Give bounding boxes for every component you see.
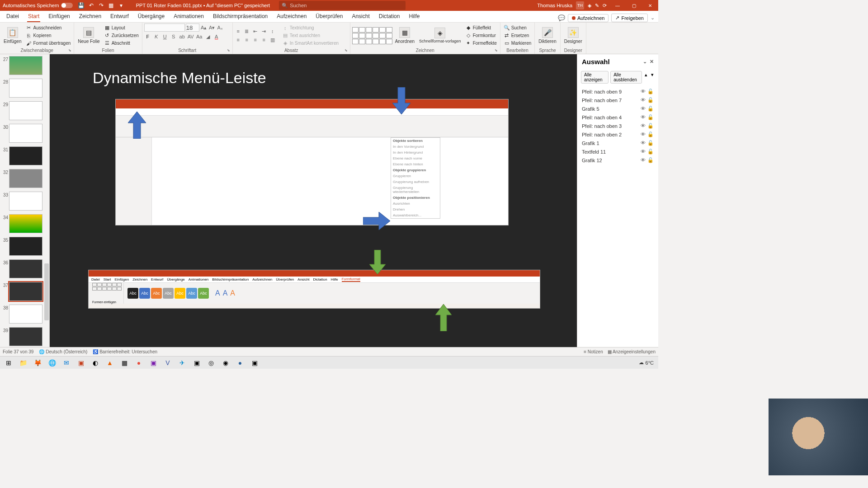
sync-icon[interactable]: ⟳ [603,3,607,9]
bullets-icon[interactable]: ≡ [235,28,242,35]
thumbnail-scrollbar[interactable] [44,58,49,343]
shape-fill-button[interactable]: ◆Fülleffekt [464,24,498,32]
font-size-combo[interactable] [186,23,199,32]
find-button[interactable]: 🔍Suchen [502,24,533,32]
firefox-icon[interactable]: 🦊 [31,357,44,368]
minimize-button[interactable]: — [609,0,626,11]
increase-font-icon[interactable]: A▴ [200,24,208,31]
tab-bildschirmpraesentation[interactable]: Bildschirmpräsentation [208,11,272,22]
numbering-icon[interactable]: ≣ [243,28,250,35]
lock-icon[interactable]: 🔓 [647,149,654,155]
slide-title[interactable]: Dynamische Menü-Leiste [93,69,266,87]
eye-icon[interactable]: 👁 [641,149,646,155]
selection-pane-dropdown-icon[interactable]: ⌄ [643,59,647,65]
thumbnail-30[interactable]: 30 [1,124,48,143]
blue-arrow-up[interactable] [128,112,146,139]
telegram-icon[interactable]: ✈ [175,357,189,368]
file-explorer-icon[interactable]: 📁 [16,357,30,368]
line-spacing-icon[interactable]: ↕ [269,28,276,35]
tab-zeichnen[interactable]: Zeichnen [75,11,106,22]
align-left-icon[interactable]: ≡ [235,36,242,43]
layout-button[interactable]: ▦Layout [103,24,140,32]
copy-button[interactable]: ⎘Kopieren [24,32,72,39]
tab-dictation[interactable]: Dictation [374,11,405,22]
font-color-icon[interactable]: A [213,33,220,40]
thumbnail-34[interactable]: 34 [1,214,48,233]
comments-icon[interactable]: 💬 [558,14,565,21]
embedded-screenshot-1[interactable]: Objekte sortieren In den Vordergrund In … [115,99,509,225]
spacing-icon[interactable]: AV [187,33,194,40]
weather-widget[interactable]: ☁ 6°C [636,360,656,366]
onenote-icon[interactable]: ▣ [146,357,160,368]
clear-format-icon[interactable]: Aₓ [217,24,224,31]
close-button[interactable]: ✕ [642,0,658,11]
tab-hilfe[interactable]: Hilfe [404,11,424,22]
thumbnail-39[interactable]: 39 [1,327,48,346]
user-avatar[interactable]: TH [576,1,584,9]
selection-item[interactable]: Pfeil: nach oben 7👁🔓 [581,96,655,104]
app-icon-8[interactable]: ▣ [248,357,261,368]
slide-thumbnails-panel[interactable]: 27 28 29 30 31 32 33 34 35 36 37 38 39 [0,54,50,347]
thumbnail-28[interactable]: 28 [1,79,48,98]
app-icon-6[interactable]: ◉ [219,357,232,368]
lock-icon[interactable]: 🔓 [647,97,654,103]
hide-all-button[interactable]: Alle ausblenden [610,71,642,84]
tab-ueberpruefen[interactable]: Überprüfen [311,11,347,22]
designer-button[interactable]: ✨ Designer [562,26,584,45]
visio-icon[interactable]: V [161,357,175,368]
align-center-icon[interactable]: ≡ [243,36,250,43]
lock-icon[interactable]: 🔓 [647,140,654,146]
move-up-icon[interactable]: ▴ [644,71,648,84]
thumbnail-36[interactable]: 36 [1,259,48,278]
increase-indent-icon[interactable]: ⇥ [260,28,268,35]
collapse-ribbon-icon[interactable]: ⌄ [651,15,655,21]
section-button[interactable]: ☰Abschnitt [103,40,140,47]
italic-icon[interactable]: K [153,33,160,40]
cut-button[interactable]: ✂Ausschneiden [24,24,72,32]
start-button[interactable]: ⊞ [2,357,15,368]
record-button[interactable]: Aufzeichnen [568,14,609,22]
select-button[interactable]: ▭Markieren [502,40,533,47]
accessibility-checker[interactable]: ♿ Barrierefreiheit: Untersuchen [93,349,157,354]
underline-icon[interactable]: U [161,33,169,40]
selection-item[interactable]: Pfeil: nach oben 2👁🔓 [581,130,655,139]
eye-icon[interactable]: 👁 [641,114,646,120]
shapes-gallery[interactable] [352,27,392,44]
decrease-indent-icon[interactable]: ⇤ [252,28,259,35]
align-text-button[interactable]: ▤Text ausrichten [281,32,340,39]
strike-icon[interactable]: S [170,33,177,40]
eye-icon[interactable]: 👁 [641,157,646,163]
highlight-icon[interactable]: ◢ [204,33,212,40]
eye-icon[interactable]: 👁 [641,106,646,112]
redo-icon[interactable]: ↷ [97,1,105,9]
pen-icon[interactable]: ✎ [595,3,599,9]
thumbnail-37[interactable]: 37 [1,282,48,301]
justify-icon[interactable]: ≡ [260,36,268,43]
move-down-icon[interactable]: ▾ [650,71,655,84]
format-painter-button[interactable]: 🖌Format übertragen [24,40,72,47]
smartart-button[interactable]: ◈In SmartArt konvertieren [281,40,340,47]
selection-item[interactable]: Pfeil: nach oben 9👁🔓 [581,87,655,96]
blue-arrow-right[interactable] [363,212,390,230]
drawing-launcher-icon[interactable]: ⬊ [495,48,499,53]
eye-icon[interactable]: 👁 [641,89,646,94]
search-box[interactable]: 🔍 Suchen [279,1,406,10]
thumbnail-27[interactable]: 27 [1,56,48,75]
tab-aufzeichnen[interactable]: Aufzeichnen [272,11,311,22]
display-settings-button[interactable]: ▦ Anzeigeeinstellungen [608,349,656,354]
slide-canvas[interactable]: Dynamische Menü-Leiste Objekte sortieren… [78,63,548,338]
selection-item[interactable]: Grafik 5👁🔓 [581,104,655,113]
tab-animationen[interactable]: Animationen [169,11,208,22]
app-icon-2[interactable]: ▦ [118,357,131,368]
green-arrow-down[interactable] [369,250,386,274]
lock-icon[interactable]: 🔓 [647,89,654,94]
vlc-icon[interactable]: ▲ [103,357,117,368]
thumbnail-33[interactable]: 33 [1,192,48,211]
autosave-toggle[interactable]: Automatisches Speichern [0,3,75,8]
blue-arrow-down[interactable] [392,87,410,114]
thumbnail-31[interactable]: 31 [1,146,48,165]
lock-icon[interactable]: 🔓 [647,114,654,120]
thumbnail-35[interactable]: 35 [1,237,48,256]
selection-pane-close-icon[interactable]: ✕ [650,59,654,65]
outlook-icon[interactable]: ✉ [60,357,73,368]
